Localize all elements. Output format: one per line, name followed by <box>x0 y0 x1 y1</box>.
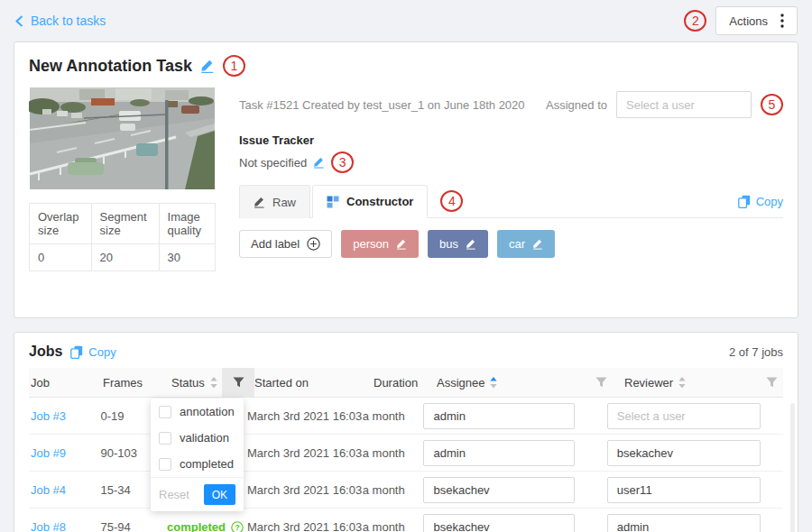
tab-constructor[interactable]: Constructor <box>312 185 428 218</box>
param-value-quality: 30 <box>159 244 215 271</box>
reviewer-input[interactable] <box>607 440 761 466</box>
sort-carets-icon-active-asc[interactable] <box>490 377 497 389</box>
pencil-icon <box>254 196 265 208</box>
callout-2: 2 <box>684 10 706 32</box>
labels-editor: Raw Constructor 4 Copy <box>239 185 783 301</box>
sort-carets-icon[interactable] <box>678 377 686 389</box>
table-row: Job #4 15-34 March 3rd 2021 16:03 a mont… <box>29 472 783 509</box>
copy-labels-link[interactable]: Copy <box>738 195 783 208</box>
actions-button[interactable]: Actions <box>715 6 798 35</box>
label-chip-person-name: person <box>353 237 389 251</box>
edit-issue-tracker-icon[interactable] <box>313 156 325 169</box>
assignee-filter-button[interactable] <box>592 377 610 388</box>
column-duration: Duration <box>374 368 437 397</box>
edit-label-icon[interactable] <box>466 238 476 250</box>
callout-5: 5 <box>761 94 783 115</box>
job-link[interactable]: Job #4 <box>31 483 66 497</box>
param-header-quality: Image quality <box>159 204 215 244</box>
job-duration: a month <box>363 446 424 460</box>
callout-1: 1 <box>223 55 245 77</box>
task-title: New Annotation Task <box>29 57 192 76</box>
back-to-tasks-link[interactable]: Back to tasks <box>14 14 106 28</box>
reviewer-input[interactable] <box>607 514 761 532</box>
back-to-tasks-label: Back to tasks <box>31 14 106 28</box>
add-label-button[interactable]: Add label <box>239 230 332 258</box>
edit-label-icon[interactable] <box>532 238 543 250</box>
param-value-segment: 20 <box>91 244 159 271</box>
label-chip-car[interactable]: car <box>497 230 555 258</box>
reviewer-filter-button[interactable] <box>760 377 783 388</box>
callout-3: 3 <box>331 151 354 173</box>
plus-circle-icon <box>307 237 320 251</box>
column-status[interactable]: Status <box>171 368 222 397</box>
status-filter-button[interactable] <box>222 368 254 397</box>
tab-raw-label: Raw <box>272 196 296 209</box>
copy-icon <box>738 195 751 208</box>
issue-tracker-value: Not specified <box>239 156 307 170</box>
copy-jobs-link[interactable]: Copy <box>70 345 115 359</box>
label-chip-person[interactable]: person <box>341 230 419 258</box>
reviewer-input[interactable] <box>607 477 761 503</box>
table-scrollbar[interactable] <box>790 403 795 532</box>
callout-4: 4 <box>440 190 463 212</box>
add-label-button-text: Add label <box>251 237 300 251</box>
column-assignee[interactable]: Assignee <box>437 368 592 397</box>
param-header-overlap: Overlap size <box>30 204 92 244</box>
filter-option-completed[interactable]: completed <box>151 451 244 477</box>
label-chip-bus[interactable]: bus <box>428 230 488 258</box>
filter-reset-button[interactable]: Reset <box>159 488 189 501</box>
copy-labels-label: Copy <box>756 195 783 208</box>
task-meta-text: Task #1521 Created by test_user_1 on Jun… <box>239 98 525 112</box>
edit-label-icon[interactable] <box>396 238 407 250</box>
chevron-left-icon <box>14 15 24 27</box>
blocks-icon <box>327 196 339 208</box>
checkbox-annotation[interactable] <box>159 406 171 418</box>
job-started-on: March 3rd 2021 16:03 <box>247 520 363 532</box>
assignee-input[interactable] <box>423 477 575 503</box>
issue-tracker-label: Issue Tracker <box>239 133 783 147</box>
checkbox-validation[interactable] <box>159 432 171 445</box>
task-preview-image <box>29 87 216 189</box>
assigned-to-input[interactable] <box>616 91 752 118</box>
assigned-to-label: Assigned to <box>546 98 607 112</box>
assignee-input[interactable] <box>423 514 575 532</box>
job-started-on: March 3rd 2021 16:03 <box>247 409 363 423</box>
label-chip-car-name: car <box>509 237 525 251</box>
filter-option-validation[interactable]: validation <box>151 425 244 451</box>
job-frames: 75-94 <box>100 520 167 532</box>
param-header-segment: Segment size <box>91 204 159 244</box>
table-row: Job #9 90-103 March 3rd 2021 16:03 a mon… <box>29 435 783 472</box>
jobs-table-header: Job Frames Status Started on Duration As… <box>29 368 783 398</box>
copy-jobs-label: Copy <box>88 345 115 359</box>
tab-raw[interactable]: Raw <box>239 185 310 218</box>
job-link[interactable]: Job #3 <box>31 409 66 423</box>
task-details-card: New Annotation Task 1 <box>14 41 798 318</box>
job-link[interactable]: Job #9 <box>31 446 66 460</box>
job-link[interactable]: Job #8 <box>31 520 66 532</box>
table-row: Job #8 75-94 completed ? March 3rd 2021 … <box>29 509 783 532</box>
column-started-on: Started on <box>254 368 374 397</box>
jobs-count: 2 of 7 jobs <box>729 345 783 359</box>
column-frames: Frames <box>103 368 171 397</box>
svg-text:?: ? <box>235 523 239 532</box>
job-started-on: March 3rd 2021 16:03 <box>247 446 363 460</box>
tab-constructor-label: Constructor <box>346 195 413 208</box>
reviewer-input[interactable] <box>607 403 761 429</box>
filter-ok-button[interactable]: OK <box>204 484 235 505</box>
actions-button-label: Actions <box>729 14 768 28</box>
assignee-input[interactable] <box>423 440 575 466</box>
jobs-title: Jobs <box>29 344 62 360</box>
job-duration: a month <box>363 520 424 532</box>
checkbox-completed[interactable] <box>159 458 171 471</box>
top-bar: Back to tasks 2 Actions <box>0 0 812 41</box>
question-circle-icon[interactable]: ? <box>231 521 244 532</box>
sort-carets-icon[interactable] <box>210 377 217 389</box>
copy-icon <box>70 345 83 359</box>
column-job[interactable]: Job <box>29 368 103 397</box>
column-reviewer[interactable]: Reviewer <box>610 368 760 397</box>
param-value-overlap: 0 <box>30 244 92 271</box>
jobs-card: Jobs Copy 2 of 7 jobs Job Frames Status … <box>14 332 798 532</box>
assignee-input[interactable] <box>423 403 575 429</box>
edit-title-icon[interactable] <box>200 59 215 73</box>
filter-option-annotation[interactable]: annotation <box>151 399 244 425</box>
